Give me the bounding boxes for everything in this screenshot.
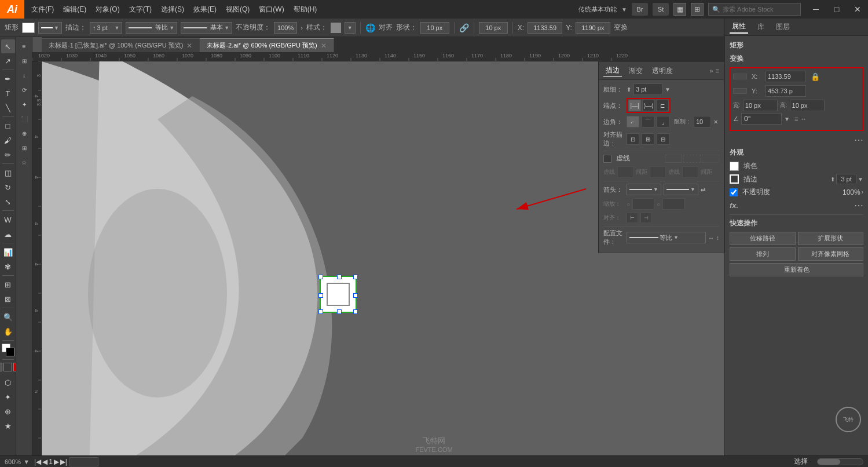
tool2-2[interactable]: ⊞ xyxy=(17,54,31,68)
fill-swatch[interactable] xyxy=(22,23,35,33)
tab-1-close[interactable]: ✕ xyxy=(186,42,192,50)
tool-symbol[interactable]: ✾ xyxy=(1,260,15,273)
dash-val-2[interactable] xyxy=(682,166,698,178)
panel-menu-icon[interactable]: ≡ xyxy=(716,67,719,74)
menu-view[interactable]: 视图(Q) xyxy=(221,0,254,19)
menu-effect[interactable]: 效果(E) xyxy=(189,0,221,19)
arrange-btn[interactable]: 排列 xyxy=(730,247,796,261)
menu-text[interactable]: 文字(T) xyxy=(124,0,156,19)
profile-flip-h-icon[interactable]: ↔ xyxy=(708,235,714,241)
weight-input[interactable] xyxy=(633,83,662,95)
arrow-end-dropdown[interactable]: ▼ xyxy=(664,184,698,195)
tool-rotate[interactable]: ↻ xyxy=(1,180,15,194)
menu-edit[interactable]: 编辑(E) xyxy=(58,0,91,19)
cap-round-btn[interactable]: )—( xyxy=(642,100,655,111)
dash-checkbox[interactable] xyxy=(603,155,611,163)
tool-width[interactable]: W xyxy=(1,213,15,227)
cap-butt-btn[interactable]: |—| xyxy=(628,100,641,111)
tool2-7[interactable]: ⊕ xyxy=(17,126,31,140)
search-input[interactable] xyxy=(723,6,792,13)
handle-mr[interactable] xyxy=(353,293,358,298)
more-dots-icon[interactable]: ⋯ xyxy=(854,134,863,145)
style-dropdown[interactable]: ▼ xyxy=(345,22,356,34)
prev-page-icon[interactable]: |◀ xyxy=(34,458,41,466)
y-coord-field[interactable] xyxy=(766,85,806,97)
tool-rect[interactable]: □ xyxy=(1,119,15,133)
minimize-button[interactable]: ─ xyxy=(805,0,826,19)
prev-icon[interactable]: ◀ xyxy=(42,458,47,466)
h-field[interactable] xyxy=(790,100,825,111)
menu-object[interactable]: 对象(O) xyxy=(91,0,124,19)
fill-dropdown[interactable]: ▼ xyxy=(38,22,62,34)
tool2-4[interactable]: ⟳ xyxy=(17,83,31,97)
align-center-btn[interactable]: ⊡ xyxy=(627,133,639,145)
align-pixel-btn[interactable]: 对齐像素网格 xyxy=(798,247,864,261)
next-page-icon[interactable]: ▶| xyxy=(60,458,67,466)
menu-select[interactable]: 选择(S) xyxy=(156,0,189,19)
tool-eraser[interactable]: ◫ xyxy=(1,166,15,180)
profile-flip-v-icon[interactable]: ↕ xyxy=(716,235,719,241)
tool2-8[interactable]: ⊞ xyxy=(17,141,31,155)
shape-btn[interactable]: ▦ xyxy=(673,3,686,16)
tool2-5[interactable]: ✦ xyxy=(17,97,31,111)
stroke-dropdown-icon[interactable]: ▼ xyxy=(858,176,863,183)
opacity-checkbox[interactable] xyxy=(730,188,738,196)
stroke-weight-rpanel-input[interactable] xyxy=(836,174,856,184)
close-button[interactable]: ✕ xyxy=(847,0,868,19)
tool-slice[interactable]: ⊠ xyxy=(1,292,15,306)
angle-display[interactable]: 0° xyxy=(741,113,782,125)
dash-opt-2[interactable] xyxy=(683,155,701,163)
weight-up-icon[interactable]: ⬆ xyxy=(830,176,835,183)
arrow-swap-icon[interactable]: ⇄ xyxy=(701,187,705,193)
gradient-tab[interactable]: 渐变 xyxy=(627,65,645,77)
style-swatch[interactable] xyxy=(331,23,341,33)
normal-mode-btn[interactable] xyxy=(0,363,2,371)
fx-more-icon[interactable]: ⋯ xyxy=(854,200,863,211)
rpanel-tab-props[interactable]: 属性 xyxy=(730,20,748,34)
cap-square-btn[interactable]: ⊏ xyxy=(656,100,669,111)
page-dropdown[interactable] xyxy=(69,457,98,466)
handle-bl[interactable] xyxy=(318,309,323,314)
lock-icon[interactable]: 🔒 xyxy=(811,72,820,81)
tool-stamp[interactable]: ⊕ xyxy=(1,404,15,418)
tool2-9[interactable]: ☆ xyxy=(17,155,31,169)
tool-extra[interactable]: ✦ xyxy=(1,390,15,404)
w-field[interactable] xyxy=(743,100,778,111)
selected-object[interactable] xyxy=(320,276,357,313)
tool2-3[interactable]: ↕ xyxy=(17,68,31,82)
stroke-weight-field[interactable] xyxy=(97,24,113,31)
arrow-start-dropdown[interactable]: ▼ xyxy=(627,184,661,195)
align-left-btn[interactable]: ⊢ xyxy=(627,213,638,223)
tool-type[interactable]: T xyxy=(1,86,15,100)
scale-start-input[interactable] xyxy=(632,198,654,210)
weight-dropdown-icon[interactable]: ▼ xyxy=(665,86,671,93)
handle-ml[interactable] xyxy=(318,293,323,298)
zoom-dropdown-icon[interactable]: ▼ xyxy=(23,458,30,465)
gap-val-1[interactable] xyxy=(650,166,666,178)
handle-tm[interactable] xyxy=(337,275,342,279)
dash-val-1[interactable] xyxy=(617,166,633,178)
color-swatches[interactable] xyxy=(2,344,14,356)
dash-opt-1[interactable] xyxy=(665,155,682,163)
next-icon[interactable]: ▶ xyxy=(54,458,59,466)
arrange-btn[interactable]: ⊞ xyxy=(691,3,704,16)
fx-label[interactable]: fx. xyxy=(730,201,738,210)
tab-2[interactable]: 未标题-2.ai* @ 600% (RGB/GPU 预览) ✕ xyxy=(200,38,334,52)
handle-tr[interactable] xyxy=(353,275,358,279)
chevron-down-icon[interactable]: ▼ xyxy=(621,6,627,13)
handle-tl[interactable] xyxy=(318,275,323,279)
x-coord-field[interactable] xyxy=(766,71,806,82)
rpanel-tab-library[interactable]: 库 xyxy=(755,21,767,33)
tool2-1[interactable]: ≡ xyxy=(17,39,31,53)
menu-file[interactable]: 文件(F) xyxy=(27,0,58,19)
tab-1[interactable]: 未标题-1 [已恢复].ai* @ 100% (RGB/GPU 预览) ✕ xyxy=(42,38,200,52)
shape-w-input[interactable] xyxy=(420,22,449,34)
tool-zoom[interactable]: 🔍 xyxy=(1,310,15,324)
weight-up-arrow[interactable]: ⬆ xyxy=(627,86,631,93)
corner-round-btn[interactable]: ⌒ xyxy=(642,116,654,127)
x-coord-input[interactable] xyxy=(528,22,562,34)
align-right-btn[interactable]: ⊣ xyxy=(640,213,652,223)
bridge-button[interactable]: Br xyxy=(632,3,648,16)
tool-line[interactable]: ╲ xyxy=(1,101,15,115)
y-coord-input[interactable] xyxy=(576,22,610,34)
